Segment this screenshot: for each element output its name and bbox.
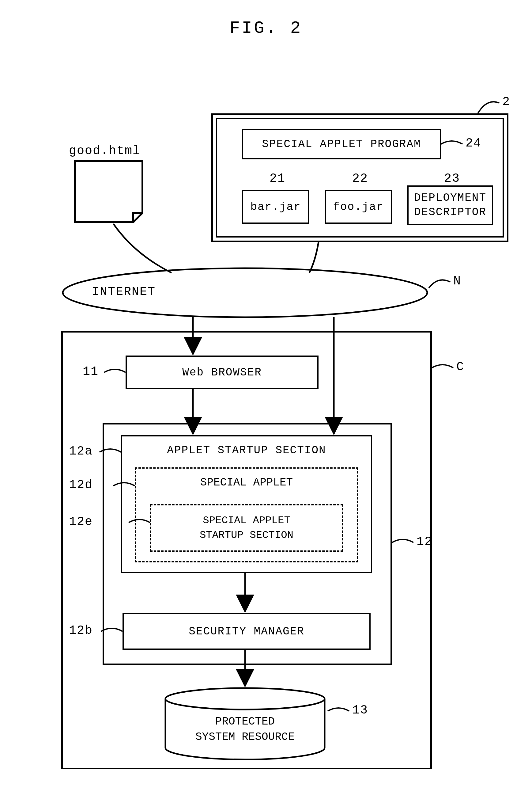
special-applet-startup-box: SPECIAL APPLET STARTUP SECTION xyxy=(150,504,343,552)
foo-jar-ref: 22 xyxy=(352,172,368,185)
special-applet-program-label: SPECIAL APPLET PROGRAM xyxy=(262,138,421,150)
bar-jar-ref: 21 xyxy=(269,172,285,185)
special-applet-startup-label: SPECIAL APPLET STARTUP SECTION xyxy=(200,513,293,542)
web-browser-label: Web BROWSER xyxy=(182,366,262,379)
applet-startup-ref: 12a xyxy=(69,444,93,458)
internet-label: INTERNET xyxy=(92,285,156,299)
special-applet-label: SPECIAL APPLET xyxy=(200,476,293,489)
deployment-descriptor-label: DEPLOYMENT DESCRIPTOR xyxy=(414,191,486,220)
foo-jar-box: foo.jar xyxy=(325,190,392,224)
html-file-icon xyxy=(74,160,144,224)
internet-ref: N xyxy=(453,274,461,288)
special-applet-ref: 12d xyxy=(69,478,93,492)
server-ref: 2 xyxy=(502,95,510,109)
special-applet-program-ref: 24 xyxy=(466,136,481,150)
protected-resource-label: PROTECTED SYSTEM RESOURCE xyxy=(162,714,328,745)
applet-startup-label: APPLET STARTUP SECTION xyxy=(167,444,326,457)
bar-jar-box: bar.jar xyxy=(242,190,309,224)
special-applet-program-box: SPECIAL APPLET PROGRAM xyxy=(242,129,441,160)
jvm-ref: 12 xyxy=(417,535,433,549)
security-manager-ref: 12b xyxy=(69,624,93,637)
web-browser-ref: 11 xyxy=(83,365,99,378)
foo-jar-label: foo.jar xyxy=(333,201,383,213)
security-manager-label: SECURITY MANAGER xyxy=(189,625,304,638)
protected-resource-cylinder: PROTECTED SYSTEM RESOURCE xyxy=(162,687,328,760)
special-applet-startup-ref: 12e xyxy=(69,515,93,529)
figure-title: FIG. 2 xyxy=(0,18,532,38)
protected-resource-ref: 13 xyxy=(352,703,368,717)
svg-point-1 xyxy=(165,688,325,709)
deployment-descriptor-box: DEPLOYMENT DESCRIPTOR xyxy=(407,185,493,225)
html-file-label: good.html xyxy=(69,144,140,158)
security-manager-box: SECURITY MANAGER xyxy=(122,613,370,650)
bar-jar-label: bar.jar xyxy=(250,201,301,213)
deployment-descriptor-ref: 23 xyxy=(444,172,460,185)
web-browser-box: Web BROWSER xyxy=(126,355,319,389)
client-ref: C xyxy=(456,360,464,374)
